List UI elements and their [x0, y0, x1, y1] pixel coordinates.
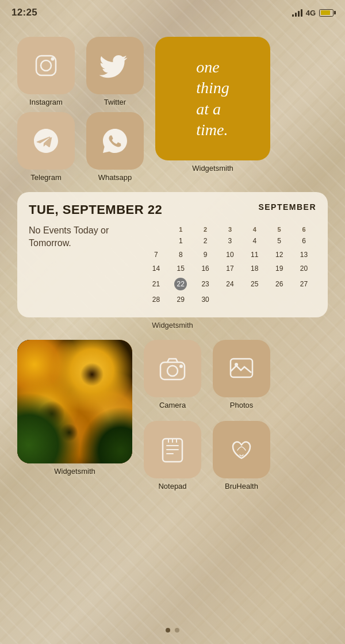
- bruhealth-icon[interactable]: [213, 421, 270, 478]
- camera-label: Camera: [159, 401, 186, 409]
- svg-point-7: [235, 363, 238, 366]
- quote-text: one thing at a time.: [196, 57, 229, 141]
- utility-apps-grid: Camera Photos: [144, 340, 270, 490]
- app-widgetsmith-sunflower[interactable]: Widgetsmith: [17, 340, 132, 476]
- app-camera[interactable]: Camera: [144, 340, 201, 409]
- svg-point-1: [41, 60, 51, 71]
- app-row-1: Instagram Twitter Telegram: [17, 37, 328, 182]
- notepad-label: Notepad: [158, 482, 186, 490]
- svg-point-4: [167, 366, 178, 376]
- battery-icon: [319, 9, 334, 17]
- instagram-icon[interactable]: [17, 37, 75, 94]
- photos-icon[interactable]: [213, 340, 270, 397]
- whatsapp-svg: [99, 125, 131, 156]
- whatsapp-label: Whatsapp: [98, 173, 132, 182]
- widgetsmith-quote-label: Widgetsmith: [192, 164, 233, 172]
- app-instagram[interactable]: Instagram: [17, 37, 75, 106]
- widgetsmith-quote-widget[interactable]: one thing at a time. Widgetsmith: [155, 37, 270, 172]
- no-events-text: No Events Today or Tomorrow.: [29, 224, 132, 250]
- telegram-icon[interactable]: [17, 112, 75, 170]
- telegram-label: Telegram: [30, 173, 61, 182]
- app-bruhealth[interactable]: BruHealth: [213, 421, 270, 490]
- calendar-row: 1 2 3 4 5 6: [144, 235, 316, 247]
- calendar-body: No Events Today or Tomorrow. 1 2 3 4 5 6: [29, 224, 316, 307]
- photos-label: Photos: [230, 401, 253, 409]
- calendar-widget-label: Widgetsmith: [17, 321, 328, 329]
- bruhealth-svg: [226, 434, 257, 465]
- app-telegram[interactable]: Telegram: [17, 112, 75, 182]
- status-time: 12:25: [12, 7, 37, 18]
- camera-svg: [157, 353, 188, 384]
- calendar-date: TUE, SEPTEMBER 22: [29, 202, 162, 217]
- bruhealth-label: BruHealth: [225, 482, 258, 490]
- sunflower-widget: [17, 340, 132, 463]
- telegram-svg: [30, 125, 62, 156]
- screen-content: Instagram Twitter Telegram: [0, 25, 345, 644]
- twitter-svg: [99, 50, 131, 81]
- status-icons: 4G: [292, 9, 334, 17]
- battery-fill: [321, 10, 330, 15]
- utility-apps: Camera Photos: [144, 340, 270, 490]
- instagram-svg: [30, 50, 62, 81]
- calendar-row: 21 22 23 24 25 26 27: [144, 276, 316, 292]
- twitter-label: Twitter: [104, 98, 126, 106]
- app-notepad[interactable]: Notepad: [144, 421, 201, 490]
- today-date: 22: [174, 278, 187, 290]
- notepad-icon[interactable]: [144, 421, 201, 478]
- calendar-header-row: 1 2 3 4 5 6: [144, 225, 316, 233]
- svg-point-2: [52, 58, 54, 60]
- app-whatsapp[interactable]: Whatsapp: [86, 112, 144, 182]
- calendar-row: 7 8 9 10 11 12 13: [144, 248, 316, 261]
- instagram-label: Instagram: [29, 98, 63, 106]
- calendar-header: TUE, SEPTEMBER 22 SEPTEMBER: [29, 202, 316, 217]
- sunflower-overlay: [17, 340, 132, 463]
- whatsapp-icon[interactable]: [86, 112, 144, 170]
- svg-point-5: [180, 365, 182, 367]
- calendar-month: SEPTEMBER: [258, 202, 316, 212]
- calendar-row: 14 15 16 17 18 19 20: [144, 262, 316, 275]
- calendar-grid-section: 1 2 3 4 5 6 1 2 3: [144, 224, 316, 307]
- calendar-grid: 1 2 3 4 5 6 1 2 3: [144, 224, 316, 307]
- calendar-row: 28 29 30: [144, 293, 316, 306]
- signal-icon: [292, 9, 302, 17]
- social-apps-grid: Instagram Twitter Telegram: [17, 37, 144, 182]
- photos-svg: [226, 353, 257, 384]
- twitter-icon[interactable]: [86, 37, 144, 94]
- app-twitter[interactable]: Twitter: [86, 37, 144, 106]
- camera-icon[interactable]: [144, 340, 201, 397]
- sunflower-widget-label: Widgetsmith: [54, 467, 95, 476]
- notepad-svg: [157, 434, 188, 465]
- status-bar: 12:25 4G: [0, 0, 345, 25]
- quote-widget-body: one thing at a time.: [155, 37, 270, 160]
- network-type: 4G: [306, 9, 316, 17]
- calendar-events: No Events Today or Tomorrow.: [29, 224, 132, 307]
- app-photos[interactable]: Photos: [213, 340, 270, 409]
- bottom-section: Widgetsmith Camera: [17, 340, 328, 490]
- calendar-widget: TUE, SEPTEMBER 22 SEPTEMBER No Events To…: [17, 192, 328, 317]
